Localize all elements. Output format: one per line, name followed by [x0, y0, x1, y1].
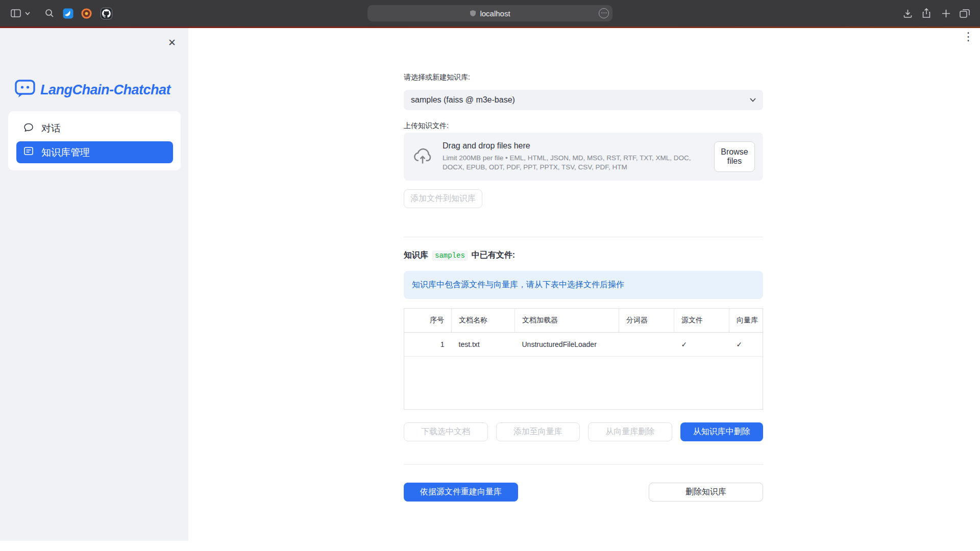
kb-files-heading: 知识库 samples 中已有文件: — [404, 250, 515, 261]
download-selected-button[interactable]: 下载选中文档 — [404, 422, 488, 441]
mail-app-icon[interactable] — [62, 7, 74, 19]
sidebar-toggle-icon[interactable] — [10, 7, 22, 19]
app-menu-icon[interactable]: ⋮ — [962, 30, 975, 45]
info-text: 知识库中包含源文件与向量库，请从下表中选择文件后操作 — [412, 280, 624, 290]
col-header-loader: 文档加载器 — [515, 309, 619, 333]
divider — [404, 237, 763, 237]
col-header-vectorstore: 向量库 — [729, 309, 763, 333]
file-dropzone[interactable]: Drag and drop files here Limit 200MB per… — [404, 133, 763, 181]
sidebar-item-dialogue[interactable]: 对话 — [8, 117, 181, 140]
sidebar-close-icon[interactable]: ✕ — [165, 35, 179, 49]
dropzone-title: Drag and drop files here — [443, 141, 708, 151]
upload-label: 上传知识文件: — [404, 121, 449, 131]
col-header-sourcefile: 源文件 — [674, 309, 729, 333]
select-chevron-down-icon — [750, 98, 756, 102]
chat-bubble-icon — [23, 122, 34, 135]
sidebar-nav: 对话 知识库管理 — [8, 111, 181, 170]
sidebar-item-knowledge-base[interactable]: 知识库管理 — [16, 141, 173, 163]
page-options-icon[interactable]: ⋯ — [599, 8, 609, 18]
heading-prefix: 知识库 — [404, 250, 428, 261]
kb-select-label: 请选择或新建知识库: — [404, 73, 470, 82]
browser-toolbar: localhost ⋯ — [0, 0, 980, 27]
sidebar: ✕ LangChain-Chatchat 对话 知识库管理 — [0, 28, 188, 541]
knowledge-base-icon — [23, 146, 34, 159]
file-actions-row: 下载选中文档 添加至向量库 从向量库删除 从知识库中删除 — [404, 422, 763, 441]
sidebar-item-label: 对话 — [41, 122, 61, 135]
kb-select-value: samples (faiss @ m3e-base) — [411, 95, 515, 105]
table-row[interactable]: 1 test.txt UnstructuredFileLoader ✓ ✓ — [404, 333, 763, 357]
kb-select[interactable]: samples (faiss @ m3e-base) — [404, 90, 763, 110]
col-header-docname: 文档名称 — [452, 309, 515, 333]
cell-sourcefile-check[interactable]: ✓ — [674, 333, 729, 357]
info-banner: 知识库中包含源文件与向量库，请从下表中选择文件后操作 — [404, 271, 763, 299]
site-icon — [470, 10, 476, 17]
sidebar-item-label: 知识库管理 — [41, 146, 90, 159]
kb-bottom-actions: 依据源文件重建向量库 删除知识库 — [404, 483, 763, 502]
kb-name-code: samples — [432, 251, 468, 261]
share-icon[interactable] — [920, 7, 933, 19]
recorder-app-icon[interactable] — [80, 7, 92, 19]
spacer — [526, 483, 641, 502]
delete-kb-button[interactable]: 删除知识库 — [649, 483, 763, 502]
chevron-down-icon[interactable] — [23, 7, 32, 19]
dropzone-texts: Drag and drop files here Limit 200MB per… — [443, 141, 708, 172]
cloud-upload-icon — [412, 146, 433, 167]
cell-vectorstore-check[interactable]: ✓ — [729, 333, 763, 357]
address-bar[interactable]: localhost ⋯ — [368, 5, 612, 21]
heading-suffix: 中已有文件: — [472, 250, 515, 261]
col-header-splitter: 分词器 — [619, 309, 674, 333]
app-logo: LangChain-Chatchat — [14, 79, 170, 101]
remove-from-vectorstore-button[interactable]: 从向量库删除 — [588, 422, 672, 441]
downloads-icon[interactable] — [901, 7, 914, 19]
cell-index[interactable]: 1 — [404, 333, 452, 357]
add-files-to-kb-button[interactable]: 添加文件到知识库 — [404, 189, 482, 208]
search-icon[interactable] — [43, 7, 56, 19]
cell-loader[interactable]: UnstructuredFileLoader — [515, 333, 619, 357]
divider — [404, 464, 763, 465]
logo-text: LangChain-Chatchat — [40, 82, 170, 98]
table-empty-area — [404, 357, 763, 410]
delete-from-kb-button[interactable]: 从知识库中删除 — [680, 422, 764, 441]
dropzone-limit-text: Limit 200MB per file • EML, HTML, JSON, … — [443, 154, 708, 172]
browse-files-button[interactable]: Browse files — [714, 141, 755, 172]
kb-files-table: 序号 文档名称 文档加载器 分词器 源文件 向量库 1 test.txt Uns… — [404, 308, 763, 410]
logo-chat-bubble-icon — [14, 79, 36, 101]
add-to-vectorstore-button[interactable]: 添加至向量库 — [496, 422, 580, 441]
url-text: localhost — [480, 9, 510, 18]
col-header-index: 序号 — [404, 309, 452, 333]
rebuild-vectorstore-button[interactable]: 依据源文件重建向量库 — [404, 483, 518, 502]
cell-docname[interactable]: test.txt — [452, 333, 515, 357]
new-tab-icon[interactable] — [940, 7, 952, 19]
github-app-icon[interactable] — [100, 7, 112, 19]
table-header-row: 序号 文档名称 文档加载器 分词器 源文件 向量库 — [404, 309, 763, 333]
cell-splitter[interactable] — [619, 333, 674, 357]
tab-overview-icon[interactable] — [959, 7, 971, 19]
